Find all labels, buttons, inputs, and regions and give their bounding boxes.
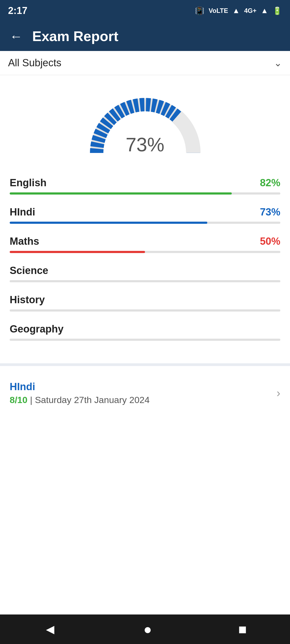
progress-bar-fill-english — [10, 192, 232, 195]
status-time: 2:17 — [8, 5, 27, 16]
subject-item-english: English 82% — [10, 177, 280, 195]
progress-bar-bg-history — [10, 309, 280, 312]
subject-row-history: History — [10, 294, 280, 306]
progress-bar-bg-english — [10, 192, 280, 195]
subject-score-hindi: 73% — [260, 206, 280, 218]
exam-entry-date: Saturday 27th January 2024 — [35, 395, 150, 405]
exam-entry-score: 8/10 — [10, 395, 27, 405]
exam-entry-title: HIndi — [10, 381, 150, 393]
progress-bar-bg-geography — [10, 339, 280, 341]
gauge-chart: 73% — [83, 91, 207, 161]
subject-item-history: History — [10, 294, 280, 312]
progress-bar-bg-science — [10, 280, 280, 282]
exam-entry-content: HIndi 8/10 | Saturday 27th January 2024 — [10, 381, 150, 405]
nav-back-icon[interactable]: ◄ — [43, 621, 57, 637]
back-button[interactable]: ← — [10, 29, 23, 44]
battery-icon: 🔋 — [273, 6, 282, 15]
exam-entry-separator: | — [30, 395, 35, 405]
section-divider — [0, 363, 290, 366]
subject-dropdown[interactable]: All Subjects ⌄ — [0, 51, 290, 75]
subjects-list: English 82% HIndi 73% Maths 50% Science — [0, 172, 290, 358]
progress-bar-fill-hindi — [10, 222, 207, 224]
subject-row-hindi: HIndi 73% — [10, 206, 280, 218]
vibrate-icon: 📳 — [195, 6, 204, 15]
network-icon: 4G+ — [244, 7, 256, 14]
status-icons: 📳 VoLTE ▲ 4G+ ▲ 🔋 — [195, 6, 282, 15]
subject-score-english: 82% — [260, 177, 280, 189]
subject-row-english: English 82% — [10, 177, 280, 189]
subject-item-hindi: HIndi 73% — [10, 206, 280, 224]
app-header: ← Exam Report — [0, 21, 290, 51]
subject-score-maths: 50% — [260, 236, 280, 247]
gauge-section: 73% — [0, 75, 290, 172]
status-bar: 2:17 📳 VoLTE ▲ 4G+ ▲ 🔋 — [0, 0, 290, 21]
volte-icon: VoLTE — [209, 7, 228, 14]
exam-chevron-right-icon: › — [277, 387, 280, 400]
nav-home-icon[interactable]: ● — [143, 621, 152, 637]
subject-name-history: History — [10, 294, 45, 306]
progress-bar-bg-hindi — [10, 222, 280, 224]
subject-name-science: Science — [10, 265, 48, 276]
signal-icon: ▲ — [261, 6, 268, 15]
nav-bar: ◄ ● ■ — [0, 614, 290, 644]
subject-name-maths: Maths — [10, 236, 39, 247]
progress-bar-fill-maths — [10, 251, 145, 253]
gauge-percent: 73% — [126, 134, 164, 156]
exam-entry-meta: 8/10 | Saturday 27th January 2024 — [10, 395, 150, 405]
page-title: Exam Report — [32, 28, 118, 44]
subject-name-english: English — [10, 177, 46, 189]
exam-entry[interactable]: HIndi 8/10 | Saturday 27th January 2024 … — [0, 371, 290, 415]
subject-row-maths: Maths 50% — [10, 236, 280, 247]
subject-row-science: Science — [10, 265, 280, 276]
subject-item-geography: Geography — [10, 323, 280, 341]
chevron-down-icon: ⌄ — [274, 57, 282, 69]
subject-name-geography: Geography — [10, 323, 64, 335]
progress-bar-bg-maths — [10, 251, 280, 253]
wifi-icon: ▲ — [233, 6, 240, 15]
subject-item-science: Science — [10, 265, 280, 282]
nav-recents-icon[interactable]: ■ — [238, 621, 247, 637]
subject-row-geography: Geography — [10, 323, 280, 335]
subject-item-maths: Maths 50% — [10, 236, 280, 253]
subject-name-hindi: HIndi — [10, 206, 35, 218]
subject-dropdown-label: All Subjects — [8, 57, 61, 69]
